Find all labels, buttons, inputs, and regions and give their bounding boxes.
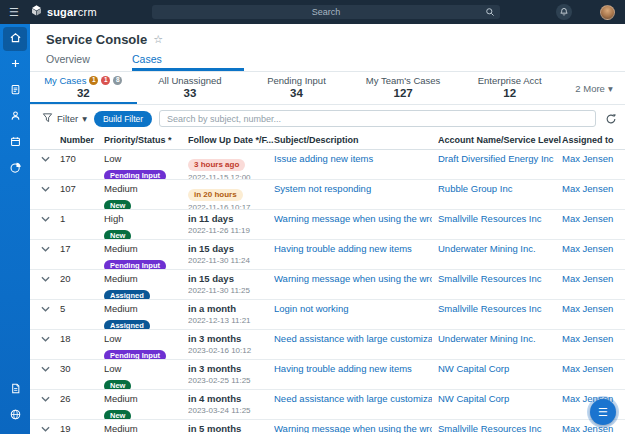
notifications-button[interactable] [556, 4, 572, 20]
followup-date: 2023-03-24 11:25 [188, 406, 268, 415]
case-filter-tabs: My Cases11832All Unassigned33Pending Inp… [30, 72, 563, 104]
account-link[interactable]: Rubble Group Inc [438, 183, 556, 194]
case-subject-link[interactable]: System not responding [274, 183, 432, 194]
sidebar-calendar-button[interactable] [3, 131, 27, 155]
row-expand-button[interactable] [36, 183, 60, 209]
global-search-input[interactable]: Search [152, 5, 500, 19]
case-filter-tab[interactable]: Enterprise Acct12 [456, 72, 563, 104]
sidebar-contacts-button[interactable] [3, 105, 27, 129]
row-expand-button[interactable] [36, 363, 60, 389]
account-link[interactable]: NW Capital Corp [438, 393, 556, 404]
shortcuts-fab[interactable]: ☰ [590, 399, 616, 425]
assigned-user-link[interactable]: Max Jensen [562, 363, 619, 374]
row-expand-button[interactable] [36, 243, 60, 269]
followup-text: in 11 days [188, 213, 268, 224]
assigned-user-link[interactable]: Max Jensen [562, 273, 619, 284]
sugarcrm-logo[interactable]: sugarcrm [30, 3, 97, 21]
assigned-user-link[interactable]: Max Jensen [562, 213, 619, 224]
filter-tab-count: 34 [290, 87, 303, 99]
column-header[interactable]: Assigned to [562, 132, 625, 149]
row-expand-button[interactable] [36, 393, 60, 419]
case-number: 20 [60, 273, 104, 299]
sugar-cube-icon [30, 3, 43, 21]
account-link[interactable]: Smallville Resources Inc [438, 273, 556, 284]
row-expand-button[interactable] [36, 213, 60, 239]
case-subject-link[interactable]: Warning message when using the wrong bro… [274, 273, 432, 284]
tab-overview[interactable]: Overview [46, 50, 132, 71]
count-badge: 1 [101, 76, 110, 85]
assigned-user-link[interactable]: Max Jensen [562, 183, 619, 194]
document-icon [9, 381, 22, 399]
account-link[interactable]: Smallville Resources Inc [438, 213, 556, 224]
tab-cases[interactable]: Cases [132, 50, 244, 71]
column-header[interactable]: Number [60, 132, 104, 149]
filter-tab-label: Enterprise Acct [478, 75, 542, 86]
sidebar-home-button[interactable] [3, 27, 27, 51]
case-row[interactable]: 26MediumNewin 4 months2023-03-24 11:25Ne… [30, 390, 625, 420]
case-subject-link[interactable]: Issue adding new items [274, 153, 432, 164]
account-link[interactable]: Smallville Resources Inc [438, 423, 556, 433]
case-filter-tab[interactable]: Pending Input34 [243, 72, 350, 104]
fab-menu-icon: ☰ [598, 406, 608, 419]
filter-dropdown[interactable]: Filter ▾ [42, 112, 87, 125]
table-header: NumberPriority/Status *Follow Up Date */… [30, 132, 625, 150]
case-subject-link[interactable]: Need assistance with large customization [274, 393, 432, 404]
case-row[interactable]: 30LowNewin 3 months2023-02-25 11:25Havin… [30, 360, 625, 390]
sidebar-dashboards-button[interactable] [3, 157, 27, 181]
case-subject-link[interactable]: Login not working [274, 303, 432, 314]
case-row[interactable]: 19MediumNewin 5 months2023-04-24 11:25Wa… [30, 420, 625, 433]
top-bar: ☰ sugarcrm Search [0, 0, 625, 24]
assigned-user-link[interactable]: Max Jensen [562, 153, 619, 164]
row-expand-button[interactable] [36, 273, 60, 299]
case-row[interactable]: 20MediumAssignedin 15 days2022-11-30 11:… [30, 270, 625, 300]
column-header[interactable]: Subject/Description [274, 132, 438, 149]
case-subject-link[interactable]: Having trouble adding new items [274, 363, 432, 374]
case-subject-link[interactable]: Having trouble adding new items [274, 243, 432, 254]
assigned-user-link[interactable]: Max Jensen [562, 333, 619, 344]
row-expand-button[interactable] [36, 303, 60, 329]
sidebar-create-button[interactable] [3, 53, 27, 77]
case-search-input[interactable] [159, 110, 596, 127]
assigned-user-link[interactable]: Max Jensen [562, 303, 619, 314]
column-header[interactable]: Priority/Status * [104, 132, 188, 149]
account-link[interactable]: Draft Diversified Energy Inc [438, 153, 556, 164]
user-avatar[interactable] [600, 5, 615, 20]
column-header[interactable]: Account Name/Service Level [438, 132, 562, 149]
case-row[interactable]: 17MediumPending Inputin 15 days2022-11-3… [30, 240, 625, 270]
case-number: 19 [60, 423, 104, 433]
case-subject-link[interactable]: Warning message when using the wrong bro… [274, 213, 432, 224]
assigned-user-link[interactable]: Max Jensen [562, 423, 619, 433]
case-row[interactable]: 1HighNewin 11 days2022-11-26 11:19Warnin… [30, 210, 625, 240]
account-link[interactable]: Underwater Mining Inc. [438, 333, 556, 344]
case-filter-tab[interactable]: My Cases11832 [30, 72, 137, 104]
case-row[interactable]: 170LowPending Input3 hours ago2022-11-15… [30, 150, 625, 180]
column-header[interactable]: Follow Up Date */F... [188, 132, 274, 149]
build-filter-button[interactable]: Build Filter [94, 111, 152, 127]
case-row[interactable]: 107MediumNewin 20 hours2022-11-16 10:17S… [30, 180, 625, 210]
sidebar-documents-button[interactable] [3, 378, 27, 402]
more-tabs-dropdown[interactable]: 2 More ▾ [563, 72, 625, 104]
account-link[interactable]: NW Capital Corp [438, 363, 556, 374]
account-link[interactable]: Underwater Mining Inc. [438, 243, 556, 254]
global-search-placeholder: Search [312, 7, 341, 17]
assigned-cell: Max Jensen [562, 213, 625, 239]
pie-chart-icon [9, 160, 22, 178]
row-expand-button[interactable] [36, 333, 60, 359]
row-expand-button[interactable] [36, 153, 60, 179]
case-subject-link[interactable]: Warning message when using the wrong bro… [274, 423, 432, 433]
case-row[interactable]: 5MediumAssignedin a month2022-12-13 11:2… [30, 300, 625, 330]
account-link[interactable]: Smallville Resources Inc [438, 303, 556, 314]
home-icon [9, 30, 22, 48]
case-row[interactable]: 18LowPending Inputin 3 months2023-02-16 … [30, 330, 625, 360]
case-subject-link[interactable]: Need assistance with large customization [274, 333, 432, 344]
menu-icon[interactable]: ☰ [9, 7, 19, 18]
assigned-user-link[interactable]: Max Jensen [562, 243, 619, 254]
favorite-star-icon[interactable]: ☆ [153, 33, 163, 46]
assigned-cell: Max Jensen [562, 303, 625, 329]
row-expand-button[interactable] [36, 423, 60, 433]
sidebar-tasks-button[interactable] [3, 79, 27, 103]
sidebar-portal-button[interactable] [3, 404, 27, 428]
refresh-icon[interactable] [605, 113, 617, 125]
case-filter-tab[interactable]: All Unassigned33 [137, 72, 244, 104]
case-filter-tab[interactable]: My Team's Cases127 [350, 72, 457, 104]
